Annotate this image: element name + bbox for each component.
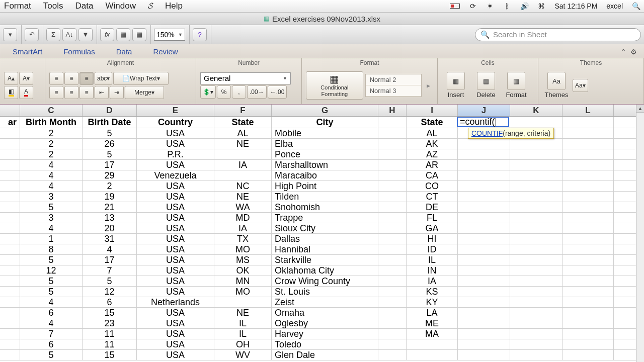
cell[interactable] [562,329,614,339]
cell[interactable] [510,149,562,159]
cell[interactable] [0,297,20,307]
style-normal2[interactable]: Normal 2 [366,74,422,85]
cell[interactable]: USA [137,160,214,170]
cell[interactable]: 5 [20,202,83,212]
cell[interactable] [378,244,407,254]
cell[interactable]: 1 [20,234,83,244]
cell[interactable]: MN [214,276,272,286]
cell[interactable] [378,350,407,360]
cell[interactable] [562,181,614,191]
font-color-button[interactable]: A [19,86,33,99]
cell[interactable]: ID [407,244,458,254]
cell[interactable] [0,329,20,339]
cell[interactable] [0,192,20,202]
cell[interactable] [562,276,614,286]
cell[interactable] [510,318,562,328]
cell[interactable]: 5 [20,276,83,286]
cell[interactable]: IA [407,276,458,286]
cell[interactable] [458,202,510,212]
cell[interactable]: 20 [83,223,137,233]
cell[interactable]: State [407,117,458,128]
valign-middle-button[interactable]: ≡ [64,72,78,85]
cell[interactable] [458,308,510,318]
cell[interactable]: Elba [272,139,378,149]
decrease-decimal-button[interactable]: ←.00 [268,85,287,99]
autosum-button[interactable]: Σ [46,28,60,41]
cell[interactable]: 3 [20,192,83,202]
cell[interactable]: USA [137,192,214,202]
cell[interactable]: Birth Date [83,117,137,128]
cell[interactable]: Starkville [272,255,378,265]
cell[interactable]: TX [214,234,272,244]
cell[interactable]: 7 [83,265,137,276]
cell[interactable] [378,339,407,349]
scroll-up-icon[interactable]: ▲ [636,105,644,113]
cell[interactable]: Zeist [272,297,378,307]
cell[interactable] [458,329,510,339]
cell[interactable]: 5 [83,276,137,286]
cell[interactable] [458,255,510,265]
tooltip-function-name[interactable]: COUNTIF [471,129,503,137]
cell[interactable] [510,202,562,212]
cell[interactable]: USA [137,318,214,328]
cell[interactable] [378,170,407,180]
cell[interactable]: MO [214,287,272,297]
cell[interactable]: USA [137,213,214,223]
cell[interactable]: USA [137,244,214,254]
cell[interactable] [458,350,510,360]
cell[interactable]: 15 [83,350,137,360]
menu-script-icon[interactable]: 𝓢 [148,1,153,11]
cell[interactable] [510,139,562,149]
cell[interactable] [510,255,562,265]
cell[interactable]: MA [407,329,458,339]
cell[interactable]: Omaha [272,308,378,318]
col-header-i[interactable]: I [407,105,458,116]
cells-format-button[interactable]: ▦ Format [502,72,530,99]
vertical-scrollbar[interactable]: ▲ [636,105,644,362]
font-grow-button[interactable]: A▴ [4,72,18,85]
halign-left-button[interactable]: ≡ [49,86,63,99]
cell[interactable]: NC [214,181,272,191]
cell[interactable]: 2 [20,128,83,138]
filter-button[interactable]: ▼ [78,28,93,41]
toolbox-button[interactable]: ▦ [132,28,146,41]
undo-button[interactable]: ↶ [25,28,39,41]
cell[interactable] [562,265,614,276]
cell[interactable]: 2 [20,149,83,159]
cell[interactable] [458,213,510,223]
percent-button[interactable]: % [217,85,231,99]
cell[interactable] [378,223,407,233]
cell[interactable] [562,234,614,244]
cell[interactable] [562,192,614,202]
cell[interactable]: USA [137,265,214,276]
cell[interactable]: 3 [20,213,83,223]
cell[interactable]: Country [137,117,214,128]
cell[interactable] [458,318,510,328]
cell[interactable]: City [272,117,378,128]
cell[interactable]: Oglesby [272,318,378,328]
cell[interactable]: CA [407,170,458,180]
cell[interactable] [378,192,407,202]
tab-review[interactable]: Review [142,45,188,58]
halign-right-button[interactable]: ≡ [79,86,94,99]
cell[interactable] [0,139,20,149]
cell[interactable]: 4 [20,297,83,307]
themes-button[interactable]: Aa Themes [542,72,571,99]
cell[interactable] [458,181,510,191]
help-button[interactable]: ? [193,28,207,41]
cell[interactable] [510,192,562,202]
cell[interactable] [510,276,562,286]
cell[interactable] [510,160,562,170]
font-shrink-button[interactable]: A▾ [19,72,33,85]
cell[interactable]: USA [137,234,214,244]
cell[interactable]: NE [214,192,272,202]
wrap-text-button[interactable]: 📄 Wrap Text ▾ [113,72,169,85]
sort-button[interactable]: A↓ [62,28,76,41]
cell[interactable] [378,276,407,286]
cell[interactable] [562,350,614,360]
menu-window[interactable]: Window [105,1,135,11]
active-formula-cell[interactable]: =countif( [457,117,509,127]
cell[interactable]: Ponce [272,149,378,159]
cell[interactable]: 5 [83,149,137,159]
cell[interactable] [0,350,20,360]
